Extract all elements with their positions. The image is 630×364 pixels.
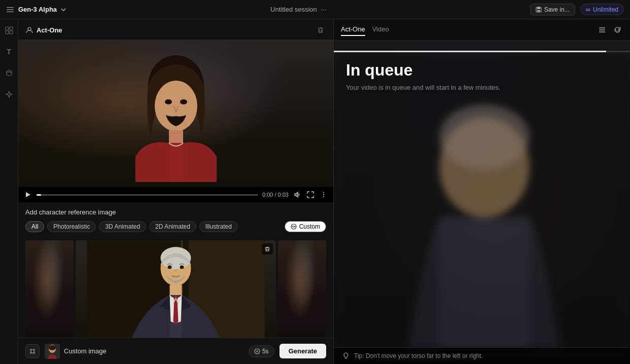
svg-rect-7 — [10, 27, 13, 30]
queue-area: In queue Your video is in queue and will… — [334, 41, 630, 364]
queue-subtitle: Your video is in queue and will start in… — [346, 84, 500, 91]
main-layout: T Act-One — [0, 19, 630, 364]
topbar: Gen-3 Alpha Untitled session ··· Save in… — [0, 0, 630, 19]
topbar-left: Gen-3 Alpha — [6, 6, 67, 14]
svg-point-15 — [180, 99, 187, 104]
filter-2d-animated[interactable]: 2D Animated — [149, 221, 196, 232]
generate-label: Generate — [289, 347, 317, 355]
video-controls: 0:00 / 0:03 — [18, 187, 333, 202]
right-panel: Act-One Video — [334, 19, 630, 364]
text-icon[interactable]: T — [3, 46, 15, 58]
svg-rect-8 — [6, 31, 9, 34]
filter-photorealistic[interactable]: Photorealistic — [47, 221, 96, 232]
refresh-button[interactable] — [612, 24, 623, 35]
queue-text: In queue Your video is in queue and will… — [346, 61, 500, 91]
svg-rect-2 — [7, 11, 14, 12]
brand-label: Gen-3 Alpha — [18, 6, 57, 13]
svg-point-28 — [180, 266, 184, 269]
svg-point-19 — [323, 194, 324, 195]
svg-point-27 — [168, 266, 172, 269]
svg-rect-5 — [537, 10, 540, 12]
svg-rect-0 — [7, 7, 14, 8]
svg-rect-37 — [599, 31, 605, 32]
custom-image-thumbnail — [45, 344, 60, 359]
unlimited-badge: ∞ Unlimited — [580, 4, 624, 15]
tip-text: Tip: Don't move your torso far to the le… — [354, 352, 483, 359]
tip-icon — [342, 352, 350, 360]
char-ref-section: Add character reference image All Photor… — [18, 202, 333, 236]
icon-sidebar: T — [0, 19, 18, 364]
placeholder-left — [25, 240, 74, 338]
session-title: Untitled session — [270, 6, 317, 13]
queue-title: In queue — [346, 61, 500, 80]
svg-point-40 — [439, 104, 530, 170]
bottom-bar: Custom image 5s Generate — [18, 338, 333, 364]
custom-filter-button[interactable]: Custom — [285, 221, 326, 232]
char-ref-title: Add character reference image — [25, 208, 326, 216]
grid-icon[interactable] — [3, 24, 15, 37]
more-options-button[interactable] — [319, 190, 328, 199]
left-panel: Act-One — [18, 19, 334, 364]
right-tabs: Act-One Video — [341, 23, 389, 36]
progress-bar[interactable] — [37, 194, 258, 196]
custom-label: Custom — [299, 223, 320, 230]
session-info: Untitled session ··· — [270, 6, 327, 13]
act-one-label: Act-One — [37, 26, 62, 34]
progress-fill — [37, 194, 41, 196]
tip-bar: Tip: Don't move your torso far to the le… — [334, 347, 630, 364]
filter-illustrated[interactable]: Illustrated — [199, 221, 238, 232]
svg-point-33 — [49, 345, 56, 350]
sidebar-toggle-btn[interactable] — [6, 6, 14, 14]
tab-video[interactable]: Video — [372, 23, 389, 36]
credits-label: 5s — [262, 348, 269, 355]
generate-button[interactable]: Generate — [279, 344, 326, 358]
svg-rect-4 — [537, 7, 540, 9]
volume-button[interactable] — [293, 190, 302, 199]
image-cell-left — [25, 240, 74, 338]
topbar-right: Save in... ∞ Unlimited — [530, 4, 624, 16]
style-filters: All Photorealistic 3D Animated 2D Animat… — [25, 221, 326, 232]
svg-rect-36 — [599, 29, 605, 30]
fullscreen-button[interactable] — [306, 190, 315, 199]
right-header: Act-One Video — [334, 19, 630, 41]
svg-rect-1 — [7, 9, 14, 10]
svg-rect-35 — [599, 27, 605, 28]
image-grid-container — [18, 236, 333, 338]
image-cell-main — [76, 240, 276, 338]
unlimited-label: Unlimited — [593, 6, 618, 13]
svg-rect-29 — [170, 285, 182, 295]
queue-progress-bar — [334, 51, 630, 52]
play-button[interactable] — [23, 190, 32, 199]
magic-icon[interactable] — [3, 88, 15, 100]
image-delete-button[interactable] — [262, 243, 273, 254]
list-view-button[interactable] — [597, 24, 608, 35]
shape-icon[interactable] — [3, 67, 15, 79]
brand-name[interactable]: Gen-3 Alpha — [18, 6, 67, 13]
svg-point-20 — [323, 196, 324, 197]
svg-rect-6 — [6, 27, 9, 30]
filter-all[interactable]: All — [25, 221, 44, 232]
infinity-icon: ∞ — [586, 6, 590, 13]
act-one-delete-btn[interactable] — [315, 24, 326, 35]
queue-progress-fill — [334, 51, 606, 52]
custom-image-label: Custom image — [64, 347, 107, 355]
act-one-header: Act-One — [18, 19, 333, 40]
svg-point-11 — [28, 27, 31, 30]
tab-act-one[interactable]: Act-One — [341, 23, 365, 36]
image-cell-right — [278, 240, 326, 338]
placeholder-right — [278, 240, 326, 338]
svg-point-10 — [6, 70, 12, 76]
video-container: 0:00 / 0:03 — [18, 40, 333, 202]
adjust-settings-button[interactable] — [25, 344, 40, 358]
save-label: Save in... — [544, 6, 570, 13]
svg-rect-16 — [169, 130, 183, 143]
svg-point-18 — [323, 192, 324, 193]
save-button[interactable]: Save in... — [530, 4, 575, 16]
credits-badge: 5s — [249, 345, 274, 357]
video-preview — [18, 40, 333, 187]
custom-image-info: Custom image — [45, 344, 243, 359]
session-dots[interactable]: ··· — [321, 6, 327, 13]
svg-rect-17 — [169, 143, 183, 182]
filter-3d-animated[interactable]: 3D Animated — [99, 221, 146, 232]
svg-rect-9 — [10, 31, 13, 34]
